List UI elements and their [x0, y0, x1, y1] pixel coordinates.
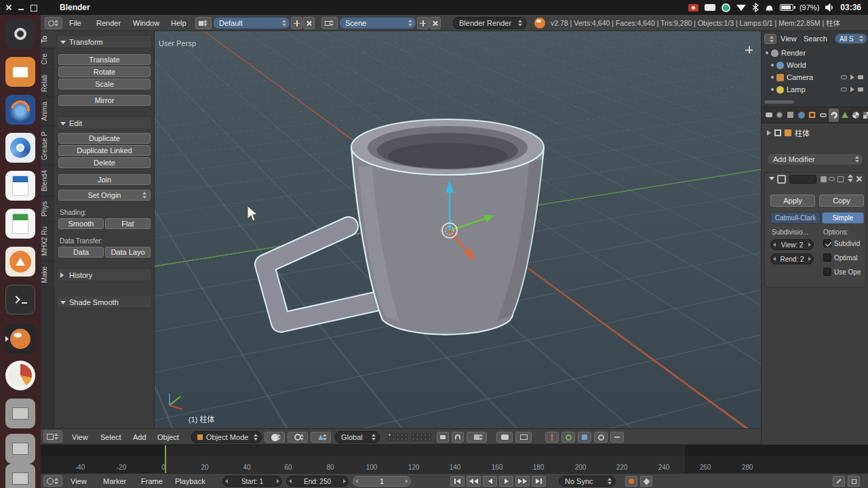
- timeline-editor-type-button[interactable]: [43, 475, 62, 487]
- current-frame-playhead[interactable]: [165, 445, 166, 473]
- launcher-icon-software[interactable]: [5, 247, 35, 277]
- end-frame-field[interactable]: End: 250: [286, 476, 349, 487]
- tab-texture[interactable]: [861, 108, 868, 122]
- view3d-editor-type-button[interactable]: [43, 430, 62, 443]
- scene-icon-button[interactable]: [321, 17, 338, 29]
- snap-toggle[interactable]: [452, 432, 464, 443]
- outliner-view-menu[interactable]: View: [781, 31, 797, 47]
- launcher-icon-settings[interactable]: [5, 19, 35, 49]
- jump-to-start-button[interactable]: [450, 476, 465, 487]
- launcher-icon-archive-b[interactable]: [5, 434, 35, 464]
- subdivide-uvs-checkbox[interactable]: Subdivid: [823, 239, 860, 247]
- launcher-icon-terminal[interactable]: [5, 285, 35, 314]
- modifier-name-field[interactable]: [789, 175, 816, 184]
- battery-icon[interactable]: [780, 4, 793, 11]
- add-modifier-dropdown[interactable]: Add Modifier: [767, 153, 863, 165]
- data-button[interactable]: Data: [58, 247, 104, 258]
- modifier-render-toggle[interactable]: [821, 176, 827, 182]
- outliner-search-menu[interactable]: Search: [804, 31, 827, 47]
- scene-field[interactable]: Scene: [339, 17, 416, 29]
- eye-icon[interactable]: [841, 75, 847, 79]
- outliner-item-camera[interactable]: Camera: [771, 72, 813, 83]
- apply-button[interactable]: Apply: [770, 195, 815, 207]
- keyboard-icon[interactable]: [705, 4, 715, 11]
- tab-modifiers[interactable]: [829, 108, 839, 122]
- region-expand-icon[interactable]: [745, 46, 753, 54]
- screen-layout-icon-button[interactable]: [195, 17, 212, 29]
- snap-extra-button[interactable]: [610, 432, 624, 443]
- edit-path-button[interactable]: [833, 476, 845, 487]
- cursor-select-icon[interactable]: [850, 87, 854, 92]
- timeline-menu-frame[interactable]: Frame: [141, 474, 163, 488]
- editor-type-button[interactable]: [45, 17, 62, 29]
- duplicate-linked-button[interactable]: Duplicate Linked: [58, 145, 151, 156]
- tab-material[interactable]: [850, 108, 861, 122]
- expand-button[interactable]: [848, 476, 860, 487]
- delete-layout-button[interactable]: [303, 17, 315, 29]
- delete-scene-button[interactable]: [429, 17, 441, 29]
- lock-button[interactable]: [437, 432, 449, 443]
- launcher-icon-calc[interactable]: [5, 209, 35, 239]
- outliner-item-world[interactable]: World: [771, 60, 806, 70]
- timeline-menu-view[interactable]: View: [71, 474, 87, 488]
- orientation-dropdown[interactable]: Global: [335, 431, 380, 443]
- volume-icon[interactable]: [825, 3, 834, 12]
- tab-scene[interactable]: [785, 108, 795, 122]
- copy-button[interactable]: Copy: [819, 195, 864, 207]
- widget-rotate-button[interactable]: [561, 432, 575, 443]
- outliner-filter-field[interactable]: All S: [835, 33, 867, 44]
- opengl-render-button[interactable]: [496, 432, 513, 443]
- translate-button[interactable]: Translate: [58, 54, 151, 65]
- menu-file[interactable]: File: [69, 15, 81, 31]
- previous-keyframe-button[interactable]: [467, 476, 481, 487]
- widget-translate-button[interactable]: [545, 432, 559, 443]
- window-close-icon[interactable]: [5, 4, 12, 11]
- launcher-icon-disk-usage[interactable]: [5, 361, 35, 390]
- timeline-menu-marker[interactable]: Marker: [103, 474, 126, 488]
- new-scene-button[interactable]: [417, 17, 429, 29]
- tab-object[interactable]: [807, 108, 817, 122]
- render-engine-field[interactable]: Blender Render: [453, 17, 526, 29]
- panel-expand-icon[interactable]: [769, 177, 774, 180]
- viewport-shading-dropdown[interactable]: [264, 432, 285, 443]
- launcher-icon-chromium[interactable]: [5, 133, 35, 163]
- tab-object-data[interactable]: [840, 108, 850, 122]
- timeline[interactable]: -40 -20 0 20 40 60 80 100 120 140 160 18…: [41, 445, 868, 473]
- view-subdivisions-field[interactable]: View: 2: [770, 239, 814, 250]
- shelf-tab-make[interactable]: Make: [41, 262, 54, 288]
- render-subdivisions-field[interactable]: Rend: 2: [770, 253, 814, 264]
- window-maximize-icon[interactable]: [30, 4, 37, 11]
- shelf-tab-grease-pencil[interactable]: Grease P: [41, 127, 54, 165]
- opengl-render-anim-button[interactable]: [515, 432, 532, 443]
- checkbox-checked-icon[interactable]: [823, 239, 831, 247]
- play-reverse-button[interactable]: [483, 476, 497, 487]
- outliner-scrollbar[interactable]: [764, 100, 794, 104]
- tab-render-layers[interactable]: [774, 108, 785, 122]
- rotate-button[interactable]: Rotate: [58, 66, 151, 77]
- optimal-display-checkbox[interactable]: Optimal: [823, 253, 857, 262]
- next-keyframe-button[interactable]: [515, 476, 530, 487]
- shelf-tab-animation[interactable]: Anima: [41, 97, 54, 126]
- proportional-edit-button[interactable]: [594, 432, 608, 443]
- screen-layout-field[interactable]: Default: [213, 17, 290, 29]
- modifier-view-toggle[interactable]: [829, 177, 835, 181]
- launcher-icon-files[interactable]: [5, 57, 35, 87]
- redo-panel-header[interactable]: Shade Smooth: [56, 296, 152, 308]
- scale-button[interactable]: Scale: [58, 79, 151, 89]
- widget-scale-button[interactable]: [578, 432, 591, 443]
- window-minimize-icon[interactable]: [18, 4, 24, 11]
- use-opensubdiv-checkbox[interactable]: Use Ope: [823, 268, 861, 276]
- current-frame-field[interactable]: 1: [353, 476, 411, 487]
- viewport-3d[interactable]: User Persp (1) 柱体: [155, 31, 761, 428]
- launcher-icon-archive-c[interactable]: [5, 464, 35, 488]
- mirror-button[interactable]: Mirror: [58, 95, 151, 106]
- duplicate-button[interactable]: Duplicate: [58, 133, 151, 144]
- menu-help[interactable]: Help: [171, 15, 186, 31]
- start-frame-field[interactable]: Start: 1: [222, 476, 282, 487]
- launcher-icon-firefox[interactable]: [5, 95, 35, 125]
- modifier-move-buttons[interactable]: [848, 174, 853, 182]
- tab-constraints[interactable]: [818, 108, 828, 122]
- simple-toggle[interactable]: Simple: [822, 212, 864, 224]
- join-button[interactable]: Join: [58, 174, 151, 185]
- view3d-menu-add[interactable]: Add: [133, 429, 146, 445]
